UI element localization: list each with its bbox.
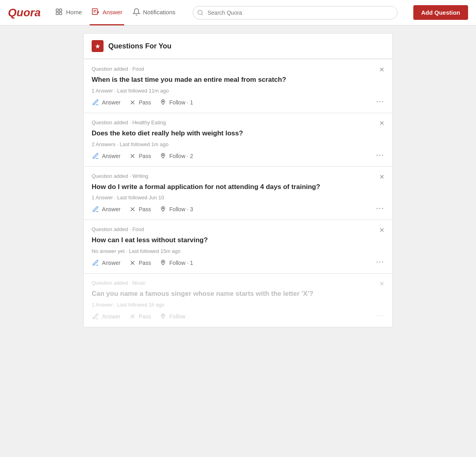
card-title[interactable]: Can you name a famous singer whose name … <box>92 289 384 299</box>
card-title[interactable]: Does the keto diet really help with weig… <box>92 129 384 138</box>
svg-rect-1 <box>56 12 59 15</box>
question-card: ✕ Question added · Healthy Eating Does t… <box>83 113 393 167</box>
search-input[interactable] <box>193 6 397 19</box>
follow-action[interactable]: Follow · 1 <box>159 98 193 106</box>
pass-icon <box>129 152 136 160</box>
card-meta: Question added · Food <box>92 226 384 232</box>
star-icon: ★ <box>92 40 104 52</box>
bell-icon <box>132 8 141 16</box>
follow-icon <box>159 259 167 267</box>
follow-action: Follow <box>159 312 185 320</box>
close-icon[interactable]: ✕ <box>379 173 384 181</box>
card-meta: Question added · Healthy Eating <box>92 120 384 125</box>
follow-label: Follow <box>169 313 185 320</box>
svg-rect-3 <box>60 12 62 15</box>
pass-action: Pass <box>129 312 151 320</box>
more-options-icon[interactable]: ··· <box>376 151 384 159</box>
card-actions: Answer Pass Follow · 3 <box>92 205 384 213</box>
home-icon <box>55 8 63 16</box>
question-card: ✕ Question added · Music Can you name a … <box>83 274 393 327</box>
question-card: ✕ Question added · Writing How do I writ… <box>83 167 393 220</box>
logo[interactable]: Quora <box>8 6 40 19</box>
pass-label: Pass <box>139 260 151 266</box>
more-options-icon[interactable]: ··· <box>376 97 384 106</box>
more-options-icon: ··· <box>376 311 384 320</box>
answer-label: Answer <box>102 153 121 159</box>
questions-list: ✕ Question added · Food When is the last… <box>83 60 393 327</box>
answer-action[interactable]: Answer <box>92 259 121 267</box>
section-title: Questions For You <box>108 42 171 50</box>
svg-point-21 <box>162 315 163 316</box>
card-stats: 2 Answers · Last followed 1m ago <box>92 141 384 147</box>
nav-home-label: Home <box>66 9 82 15</box>
header: Quora Home <box>0 0 476 25</box>
svg-point-12 <box>162 154 163 155</box>
card-title[interactable]: How can I eat less without starving? <box>92 235 384 245</box>
close-icon[interactable]: ✕ <box>379 66 384 73</box>
follow-action[interactable]: Follow · 3 <box>159 205 193 213</box>
follow-action[interactable]: Follow · 1 <box>159 259 193 267</box>
pass-icon <box>129 259 136 267</box>
close-icon[interactable]: ✕ <box>379 280 384 287</box>
svg-point-9 <box>162 101 163 102</box>
pass-action[interactable]: Pass <box>129 152 151 160</box>
answer-action-icon <box>92 152 100 160</box>
answer-action[interactable]: Answer <box>92 152 121 160</box>
more-options-icon[interactable]: ··· <box>376 258 384 266</box>
card-stats: 1 Answer · Last followed 11m ago <box>92 88 384 94</box>
answer-action-icon <box>92 312 100 320</box>
svg-rect-2 <box>60 9 62 12</box>
card-actions: Answer Pass Follow <box>92 312 384 320</box>
more-options-icon[interactable]: ··· <box>376 204 384 212</box>
nav-answer[interactable]: Answer <box>90 0 124 25</box>
nav-home[interactable]: Home <box>53 0 83 25</box>
answer-action[interactable]: Answer <box>92 205 121 213</box>
card-meta: Question added · Music <box>92 280 384 286</box>
pass-label: Pass <box>139 206 151 212</box>
question-card: ✕ Question added · Food How can I eat le… <box>83 220 393 274</box>
answer-action-icon <box>92 205 100 213</box>
answer-label: Answer <box>102 99 121 106</box>
close-icon[interactable]: ✕ <box>379 226 384 234</box>
nav-answer-label: Answer <box>102 9 122 15</box>
nav-notifications[interactable]: Notifications <box>131 0 177 25</box>
main-content: ★ Questions For You ✕ Question added · F… <box>83 33 393 327</box>
svg-point-15 <box>162 208 163 209</box>
card-actions: Answer Pass Follow · 1 <box>92 259 384 267</box>
nav-notifications-label: Notifications <box>143 9 176 15</box>
pass-action[interactable]: Pass <box>129 259 151 267</box>
add-question-button[interactable]: Add Question <box>413 5 468 20</box>
question-card: ✕ Question added · Food When is the last… <box>83 60 393 113</box>
pass-action[interactable]: Pass <box>129 205 151 213</box>
pass-label: Pass <box>139 313 151 320</box>
follow-label: Follow · 1 <box>169 99 193 106</box>
card-meta: Question added · Writing <box>92 173 384 179</box>
nav: Home Answer Notifications <box>53 0 177 25</box>
section-header: ★ Questions For You <box>83 33 393 59</box>
answer-label: Answer <box>102 206 121 212</box>
svg-point-18 <box>162 261 163 262</box>
follow-label: Follow · 3 <box>169 206 193 212</box>
follow-action[interactable]: Follow · 2 <box>159 152 193 160</box>
card-actions: Answer Pass Follow · 2 <box>92 152 384 160</box>
card-stats: 1 Answer · Last followed Jun 10 <box>92 195 384 201</box>
answer-action: Answer <box>92 312 121 320</box>
answer-action[interactable]: Answer <box>92 98 121 106</box>
follow-icon <box>159 205 167 213</box>
search-bar <box>193 6 397 19</box>
card-title[interactable]: How do I write a formal application for … <box>92 182 384 192</box>
close-icon[interactable]: ✕ <box>379 120 384 127</box>
pass-action[interactable]: Pass <box>129 98 151 106</box>
follow-icon <box>159 152 167 160</box>
answer-action-icon <box>92 98 100 106</box>
follow-label: Follow · 2 <box>169 153 193 159</box>
answer-icon <box>91 8 100 16</box>
pass-label: Pass <box>139 99 151 106</box>
follow-icon <box>159 98 167 106</box>
card-stats: 1 Answer · Last followed 1h ago <box>92 302 384 308</box>
pass-icon <box>129 312 136 320</box>
card-title[interactable]: When is the last time you made an entire… <box>92 75 384 85</box>
answer-label: Answer <box>102 313 121 320</box>
follow-label: Follow · 1 <box>169 260 193 266</box>
svg-rect-0 <box>56 9 59 12</box>
